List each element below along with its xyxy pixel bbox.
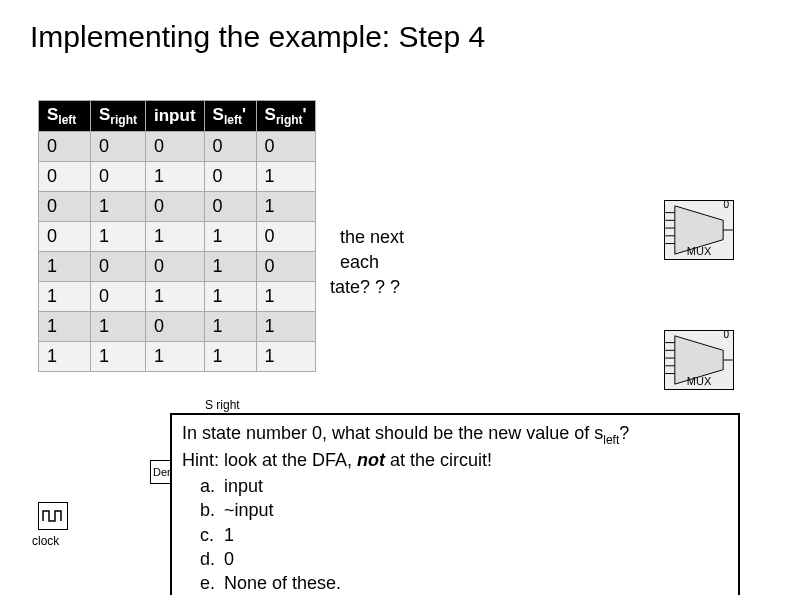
sright-small-label: S right xyxy=(205,398,240,412)
bg-line-1: the next xyxy=(340,225,404,250)
table-row: 10010 xyxy=(39,252,316,282)
answer-option-c: c.1 xyxy=(200,523,728,547)
table-row: 11011 xyxy=(39,312,316,342)
mux-bottom-icon: 0 MUX xyxy=(664,330,734,390)
table-row: 11111 xyxy=(39,342,316,372)
clock-icon xyxy=(38,502,68,530)
truth-table: Sleft Sright input Sleft' Sright' 00000 … xyxy=(38,100,316,372)
table-row: 00101 xyxy=(39,162,316,192)
mux-top-icon: 0 MUX xyxy=(664,200,734,260)
th-sright: Sright xyxy=(91,101,146,132)
table-row: 00000 xyxy=(39,132,316,162)
table-body: 00000 00101 01001 01110 10010 10111 1101… xyxy=(39,132,316,372)
clock-label: clock xyxy=(32,534,59,548)
table-row: 01110 xyxy=(39,222,316,252)
th-sleft: Sleft xyxy=(39,101,91,132)
bg-line-2: each xyxy=(340,250,404,275)
slide-title: Implementing the example: Step 4 xyxy=(30,20,485,54)
th-input: input xyxy=(146,101,205,132)
table-header-row: Sleft Sright input Sleft' Sright' xyxy=(39,101,316,132)
answer-list: a.input b.~input c.1 d.0 e.None of these… xyxy=(200,474,728,595)
answer-option-b: b.~input xyxy=(200,498,728,522)
table-row: 01001 xyxy=(39,192,316,222)
mux-bottom-zero: 0 xyxy=(723,329,729,340)
bg-line-3: tate? ? ? xyxy=(330,275,404,300)
answer-option-d: d.0 xyxy=(200,547,728,571)
answer-option-e: e.None of these. xyxy=(200,571,728,595)
question-line-1: In state number 0, what should be the ne… xyxy=(182,421,728,448)
table-row: 10111 xyxy=(39,282,316,312)
background-question-fragment: the next each tate? ? ? xyxy=(340,225,404,301)
th-sleft-prime: Sleft' xyxy=(204,101,256,132)
mux-top-zero: 0 xyxy=(723,199,729,210)
mux-top-label: MUX xyxy=(687,245,711,257)
question-line-2: Hint: look at the DFA, not at the circui… xyxy=(182,448,728,472)
th-sright-prime: Sright' xyxy=(256,101,315,132)
mux-bottom-label: MUX xyxy=(687,375,711,387)
answer-option-a: a.input xyxy=(200,474,728,498)
question-box: In state number 0, what should be the ne… xyxy=(170,413,740,595)
